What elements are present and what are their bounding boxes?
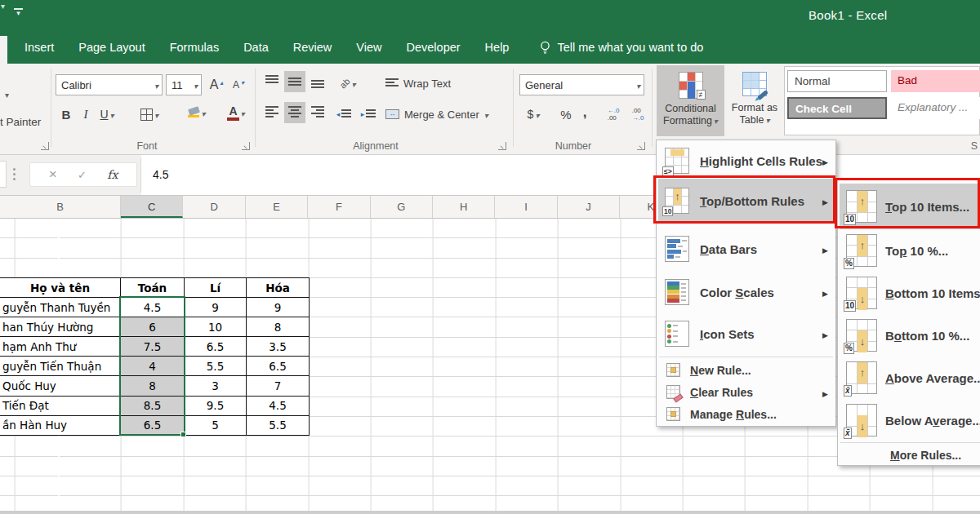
- align-right-button[interactable]: [307, 102, 328, 123]
- font-dialog-launcher[interactable]: [242, 142, 250, 150]
- submenu-item-below-average[interactable]: ↓x̄ Below Average...: [840, 399, 980, 441]
- table-cell-score[interactable]: 5: [185, 416, 247, 436]
- increase-decimal-button[interactable]: ←.0.00: [603, 103, 624, 126]
- enter-icon[interactable]: [78, 167, 87, 182]
- tab-review[interactable]: Review: [293, 41, 332, 54]
- quick-access-customize-icon[interactable]: ▾: [14, 8, 23, 17]
- table-cell-name[interactable]: Tiến Đạt: [0, 397, 121, 416]
- decrease-font-size-button[interactable]: A: [229, 73, 248, 96]
- table-cell-score[interactable]: 10: [185, 317, 247, 337]
- tab-insert[interactable]: Insert: [24, 41, 54, 54]
- tab-view[interactable]: View: [356, 41, 381, 54]
- column-header-J[interactable]: J: [558, 196, 620, 218]
- tab-home-partial[interactable]: [0, 36, 7, 64]
- tab-developer[interactable]: Developer: [407, 41, 461, 54]
- formula-bar-splitter[interactable]: [13, 168, 16, 180]
- table-cell-name[interactable]: hạm Anh Thư: [0, 337, 121, 357]
- cancel-icon[interactable]: [49, 166, 57, 183]
- table-cell-name[interactable]: han Thúy Hường: [0, 317, 121, 337]
- submenu-item-above-average[interactable]: ↑x̄ Above Average...: [840, 357, 980, 399]
- table-cell-score[interactable]: 7: [247, 376, 310, 396]
- table-cell-score[interactable]: 4: [121, 357, 185, 376]
- submenu-item-top-10-percent[interactable]: ↑% Top 10 %...: [840, 229, 980, 272]
- submenu-item-bottom-10-percent[interactable]: ↓% Bottom 10 %...: [840, 314, 980, 357]
- menu-item-data-bars[interactable]: Data Bars: [658, 228, 834, 270]
- italic-button[interactable]: I: [78, 103, 93, 126]
- align-middle-button[interactable]: [284, 71, 305, 92]
- data-table[interactable]: Họ và tênToánLíHóaguyễn Thanh Tuyền4.599…: [0, 277, 310, 436]
- table-header-cell[interactable]: Hóa: [247, 278, 310, 298]
- column-header-H[interactable]: H: [433, 196, 495, 218]
- orientation-button[interactable]: ab: [333, 72, 363, 95]
- table-cell-score[interactable]: 6: [121, 317, 185, 337]
- font-color-button[interactable]: A: [222, 101, 250, 124]
- accounting-format-button[interactable]: $: [521, 103, 546, 126]
- style-chip-normal[interactable]: Normal: [787, 70, 887, 92]
- menu-item-highlight-cells-rules[interactable]: ≤> Highlight Cells Rules: [658, 143, 834, 179]
- table-header-cell[interactable]: Toán: [121, 278, 185, 298]
- submenu-item-top-10-items[interactable]: ↑10 Top 10 Items...: [840, 184, 980, 229]
- table-cell-score[interactable]: 6.5: [185, 337, 247, 357]
- column-header-D[interactable]: D: [183, 196, 245, 218]
- menu-item-top-bottom-rules[interactable]: ↑10 Top/Bottom Rules: [658, 179, 834, 223]
- align-center-button[interactable]: [284, 102, 305, 123]
- submenu-item-more-rules[interactable]: More Rules...: [840, 445, 980, 465]
- table-cell-score[interactable]: 9: [247, 298, 310, 317]
- column-header-C[interactable]: C: [121, 196, 183, 218]
- column-header-I[interactable]: I: [495, 196, 557, 218]
- table-cell-score[interactable]: 6.5: [121, 416, 185, 436]
- table-cell-score[interactable]: 3: [185, 376, 247, 396]
- table-cell-score[interactable]: 4.5: [121, 298, 185, 317]
- increase-indent-button[interactable]: [358, 103, 379, 126]
- table-header-cell[interactable]: Lí: [185, 278, 247, 298]
- table-cell-score[interactable]: 6.5: [247, 357, 310, 376]
- column-header-E[interactable]: E: [246, 196, 308, 218]
- alignment-dialog-launcher[interactable]: [498, 142, 506, 150]
- font-size-select[interactable]: 11: [166, 74, 202, 95]
- table-cell-name[interactable]: guyễn Tiến Thuận: [0, 357, 121, 376]
- table-cell-name[interactable]: ần Hàn Huy: [0, 416, 121, 436]
- style-chip-check-cell[interactable]: Check Cell: [787, 97, 887, 119]
- column-header-F[interactable]: F: [308, 196, 370, 218]
- comma-style-button[interactable]: ,: [578, 101, 591, 124]
- merge-center-button[interactable]: ↔ Merge & Center: [385, 103, 508, 126]
- percent-style-button[interactable]: %: [557, 103, 575, 126]
- tell-me-box[interactable]: Tell me what you want to do: [540, 41, 703, 55]
- table-header-cell[interactable]: Họ và tên: [0, 278, 121, 298]
- table-cell-score[interactable]: 7.5: [121, 337, 185, 357]
- paste-dropdown-caret-icon[interactable]: [5, 88, 9, 100]
- font-name-select[interactable]: Calibri: [56, 74, 163, 95]
- table-cell-score[interactable]: 9: [185, 298, 247, 317]
- menu-item-clear-rules[interactable]: Clear Rules: [658, 381, 834, 403]
- table-cell-score[interactable]: 3.5: [247, 337, 310, 357]
- align-bottom-button[interactable]: [307, 71, 328, 92]
- underline-button[interactable]: U: [95, 103, 119, 126]
- column-header-B[interactable]: B: [0, 196, 121, 218]
- decrease-indent-button[interactable]: [333, 103, 354, 126]
- style-chip-explanatory[interactable]: Explanatory ...: [891, 97, 980, 119]
- clipboard-dialog-launcher[interactable]: [41, 142, 49, 150]
- menu-item-color-scales[interactable]: Color Scales: [658, 271, 834, 313]
- menu-item-new-rule[interactable]: New Rule...: [658, 359, 834, 381]
- number-format-select[interactable]: General: [519, 74, 644, 95]
- tab-help[interactable]: Help: [485, 41, 510, 54]
- format-as-table-button[interactable]: Format as Table: [725, 65, 784, 136]
- fill-handle[interactable]: [180, 432, 186, 437]
- table-cell-score[interactable]: 9.5: [185, 397, 247, 416]
- name-box-partial[interactable]: [0, 161, 7, 188]
- bold-button[interactable]: B: [57, 103, 75, 126]
- tab-page-layout[interactable]: Page Layout: [78, 41, 145, 54]
- increase-font-size-button[interactable]: A: [206, 73, 227, 96]
- table-cell-score[interactable]: 5.5: [247, 416, 310, 436]
- table-cell-score[interactable]: 8: [121, 376, 185, 396]
- fill-color-button[interactable]: [183, 101, 211, 124]
- table-cell-score[interactable]: 8.5: [121, 397, 185, 416]
- submenu-item-bottom-10-items[interactable]: ↓10 Bottom 10 Items...: [840, 272, 980, 314]
- insert-function-icon[interactable]: fx: [107, 168, 118, 181]
- menu-item-manage-rules[interactable]: Manage Rules...: [658, 403, 834, 425]
- number-dialog-launcher[interactable]: [637, 142, 645, 150]
- borders-button[interactable]: [136, 103, 163, 126]
- table-cell-score[interactable]: 4.5: [247, 397, 310, 416]
- align-left-button[interactable]: [261, 102, 283, 123]
- quick-access-caret-icon[interactable]: ▾: [1, 2, 5, 11]
